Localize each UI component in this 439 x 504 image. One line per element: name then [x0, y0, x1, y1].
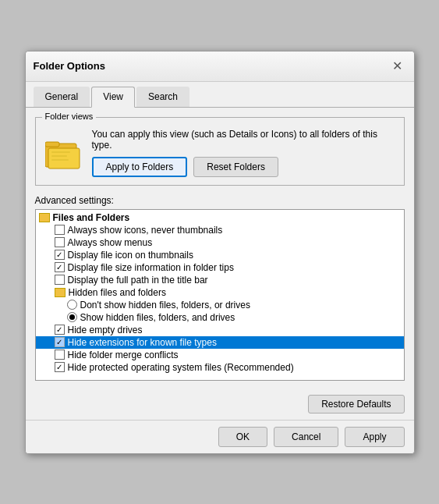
- checkbox-icon[interactable]: [55, 275, 65, 285]
- list-item-label: Display the full path in the title bar: [68, 275, 208, 286]
- list-item-label: Files and Folders: [53, 212, 130, 223]
- radio-icon[interactable]: [67, 300, 77, 310]
- list-item[interactable]: Show hidden files, folders, and drives: [36, 311, 404, 324]
- apply-button[interactable]: Apply: [345, 427, 404, 447]
- list-item[interactable]: Display the full path in the title bar: [36, 274, 404, 286]
- folder-cat-icon: [39, 213, 50, 222]
- svg-rect-2: [48, 148, 80, 169]
- list-item-label: Always show icons, never thumbnails: [68, 225, 223, 236]
- folder-views-right: You can apply this view (such as Details…: [92, 129, 395, 177]
- list-item[interactable]: Hide empty drives: [36, 324, 404, 336]
- ok-button[interactable]: OK: [218, 427, 267, 447]
- list-item[interactable]: Display file icon on thumbnails: [36, 249, 404, 261]
- checkbox-icon[interactable]: [55, 337, 65, 347]
- reset-folders-button[interactable]: Reset Folders: [193, 157, 278, 177]
- group-legend: Folder views: [42, 112, 97, 121]
- list-item-label: Hide empty drives: [68, 325, 143, 335]
- radio-icon[interactable]: [67, 312, 77, 322]
- tab-general[interactable]: General: [34, 87, 90, 107]
- svg-rect-5: [51, 159, 69, 161]
- svg-rect-3: [51, 151, 70, 153]
- list-item[interactable]: Don't show hidden files, folders, or dri…: [36, 299, 404, 311]
- list-item-label: Don't show hidden files, folders, or dri…: [80, 300, 250, 311]
- tab-search[interactable]: Search: [136, 87, 189, 107]
- folder-views-desc: You can apply this view (such as Details…: [92, 129, 395, 151]
- checkbox-icon[interactable]: [55, 350, 65, 360]
- checkbox-icon[interactable]: [55, 325, 65, 335]
- list-item-label: Show hidden files, folders, and drives: [80, 312, 235, 323]
- folder-options-dialog: Folder Options ✕ General View Search Fol…: [25, 51, 415, 454]
- list-item[interactable]: Hide folder merge conflicts: [36, 349, 404, 361]
- checkbox-icon[interactable]: [55, 362, 65, 372]
- close-button[interactable]: ✕: [389, 58, 406, 75]
- list-item-label: Always show menus: [68, 237, 153, 248]
- checkbox-icon[interactable]: [55, 225, 65, 235]
- cancel-button[interactable]: Cancel: [274, 427, 338, 447]
- list-item-label: Display file icon on thumbnails: [68, 250, 193, 261]
- folder-cat-icon: [55, 288, 65, 297]
- title-bar: Folder Options ✕: [26, 51, 414, 82]
- tab-content: Folder views You can apply this view (su…: [26, 108, 414, 390]
- restore-defaults-area: Restore Defaults: [26, 390, 414, 420]
- list-item-label: Hidden files and folders: [69, 287, 166, 298]
- svg-rect-4: [51, 155, 67, 157]
- list-item-label: Hide extensions for known file types: [68, 337, 217, 348]
- svg-rect-1: [45, 142, 59, 147]
- footer: OK Cancel Apply: [26, 420, 414, 453]
- restore-defaults-button[interactable]: Restore Defaults: [308, 395, 404, 413]
- list-item[interactable]: Files and Folders: [36, 211, 404, 224]
- advanced-settings-listbox[interactable]: Files and Folders Always show icons, nev…: [35, 209, 405, 381]
- checkbox-icon[interactable]: [55, 237, 65, 247]
- list-item-label: Hide folder merge conflicts: [68, 350, 179, 360]
- list-item[interactable]: Always show icons, never thumbnails: [36, 224, 404, 236]
- list-item[interactable]: Display file size information in folder …: [36, 261, 404, 274]
- list-item[interactable]: Hidden files and folders: [36, 286, 404, 299]
- list-item-label: Display file size information in folder …: [68, 262, 234, 273]
- apply-to-folders-button[interactable]: Apply to Folders: [92, 157, 188, 177]
- checkbox-icon[interactable]: [55, 250, 65, 260]
- tab-bar: General View Search: [26, 82, 414, 108]
- advanced-settings-label: Advanced settings:: [35, 195, 405, 206]
- tab-view[interactable]: View: [91, 87, 135, 108]
- dialog-title: Folder Options: [34, 60, 105, 72]
- checkbox-icon[interactable]: [55, 262, 65, 272]
- list-item[interactable]: Always show menus: [36, 236, 404, 249]
- list-item[interactable]: Hide protected operating system files (R…: [36, 361, 404, 374]
- folder-icon: [45, 136, 83, 170]
- list-item-label: Hide protected operating system files (R…: [68, 362, 294, 373]
- folder-views-group: Folder views You can apply this view (su…: [35, 117, 405, 186]
- folder-views-inner: You can apply this view (such as Details…: [45, 129, 395, 177]
- list-item[interactable]: Hide extensions for known file types: [36, 336, 404, 349]
- folder-views-buttons: Apply to Folders Reset Folders: [92, 157, 395, 177]
